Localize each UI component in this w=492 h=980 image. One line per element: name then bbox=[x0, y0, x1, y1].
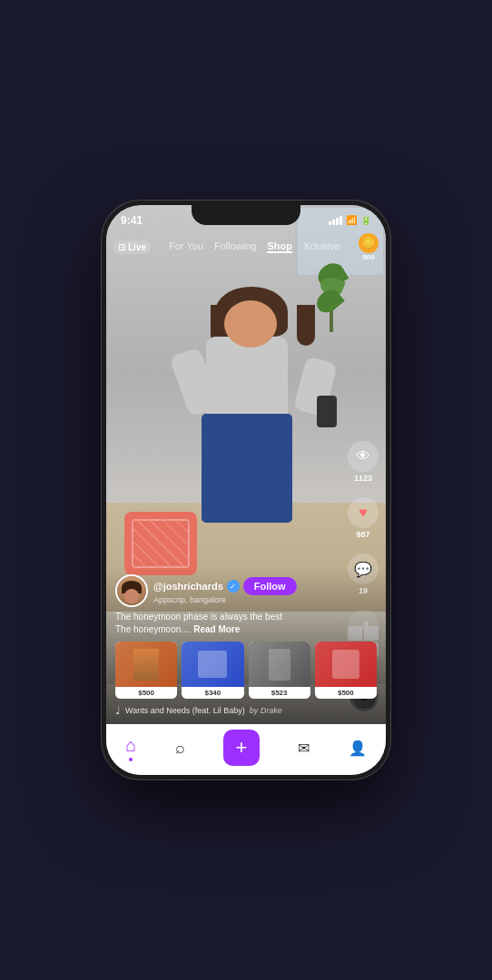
avatar-face bbox=[117, 576, 146, 605]
coin-count: 500 bbox=[362, 253, 374, 261]
messages-icon: ✉ bbox=[298, 740, 310, 757]
nav-search[interactable]: ⌕ bbox=[175, 739, 185, 758]
music-bar: ♩ Wants and Needs (feat. Lil Baby) by Dr… bbox=[115, 704, 377, 717]
product-price-1: $500 bbox=[115, 687, 177, 699]
bottom-overlay: @joshrichards ✓ Follow Appscrip, bangalo… bbox=[106, 567, 386, 724]
product-thumb-2 bbox=[182, 642, 243, 687]
music-note-icon: ♩ bbox=[115, 704, 121, 717]
wifi-icon: 📶 bbox=[346, 215, 357, 225]
product-thumb-1 bbox=[115, 642, 177, 687]
views-action: 👁 1123 bbox=[348, 441, 379, 483]
home-icon: ⌂ bbox=[125, 735, 136, 756]
caption: The honeymoon phase is always the bestTh… bbox=[115, 611, 377, 636]
nav-active-indicator bbox=[129, 758, 133, 761]
live-label: Live bbox=[128, 242, 146, 252]
status-icons: 📶 🔋 bbox=[329, 215, 371, 225]
coin-button[interactable]: 🪙 500 bbox=[359, 233, 379, 261]
tab-shop[interactable]: Shop bbox=[267, 240, 292, 253]
coin-icon: 🪙 bbox=[359, 233, 379, 253]
read-more[interactable]: Read More bbox=[193, 624, 240, 634]
profile-icon: 👤 bbox=[349, 740, 367, 757]
camera-icon: ⊡ bbox=[118, 242, 125, 252]
product-item-4[interactable]: $500 bbox=[315, 642, 377, 699]
product-item-1[interactable]: $500 bbox=[115, 642, 177, 699]
nav-messages[interactable]: ✉ bbox=[298, 740, 310, 757]
products-row: $500 $340 $523 bbox=[115, 642, 377, 699]
screen: 9:41 📶 🔋 ⊡ Live bbox=[106, 205, 386, 775]
username-row: @joshrichards ✓ Follow bbox=[153, 577, 377, 595]
heart-icon[interactable]: ♥ bbox=[348, 497, 379, 528]
product-price-2: $340 bbox=[182, 687, 243, 699]
top-nav: ⊡ Live For You Following Shop Xclusive 🪙… bbox=[106, 230, 386, 263]
signal-icon bbox=[329, 216, 342, 225]
tab-xclusive[interactable]: Xclusive bbox=[303, 240, 340, 253]
nav-tabs: For You Following Shop Xclusive bbox=[151, 240, 359, 253]
product-price-4: $500 bbox=[315, 687, 377, 699]
views-count: 1123 bbox=[354, 474, 372, 483]
user-info: @joshrichards ✓ Follow Appscrip, bangalo… bbox=[153, 577, 377, 604]
verified-badge: ✓ bbox=[227, 580, 240, 593]
product-item-3[interactable]: $523 bbox=[249, 642, 310, 699]
bottom-nav: ⌂ ⌕ + ✉ 👤 bbox=[106, 724, 386, 775]
tab-following[interactable]: Following bbox=[214, 240, 256, 253]
music-title: Wants and Needs (feat. Lil Baby) bbox=[125, 706, 245, 715]
search-icon: ⌕ bbox=[175, 739, 185, 758]
user-row: @joshrichards ✓ Follow Appscrip, bangalo… bbox=[115, 574, 377, 607]
likes-count: 987 bbox=[356, 530, 369, 539]
battery-icon: 🔋 bbox=[360, 215, 371, 225]
nav-add[interactable]: + bbox=[223, 730, 260, 766]
likes-action[interactable]: ♥ 987 bbox=[348, 497, 379, 539]
nav-home[interactable]: ⌂ bbox=[125, 735, 136, 761]
phone-frame: 9:41 📶 🔋 ⊡ Live bbox=[101, 200, 391, 780]
live-button[interactable]: ⊡ Live bbox=[113, 240, 151, 254]
add-button[interactable]: + bbox=[223, 730, 260, 766]
plus-icon: + bbox=[236, 736, 248, 760]
product-thumb-4 bbox=[315, 642, 377, 687]
avatar[interactable] bbox=[115, 574, 148, 607]
eye-icon: 👁 bbox=[348, 441, 379, 472]
tab-for-you[interactable]: For You bbox=[169, 240, 203, 253]
follow-button[interactable]: Follow bbox=[243, 577, 297, 595]
product-thumb-3 bbox=[249, 642, 310, 687]
location: Appscrip, bangalore bbox=[153, 595, 377, 604]
product-item-2[interactable]: $340 bbox=[182, 642, 243, 699]
music-artist: by Drake bbox=[250, 706, 282, 715]
nav-profile[interactable]: 👤 bbox=[349, 740, 367, 757]
product-price-3: $523 bbox=[249, 687, 310, 699]
username: @joshrichards bbox=[153, 581, 223, 592]
notch bbox=[192, 205, 300, 225]
status-time: 9:41 bbox=[121, 214, 143, 227]
